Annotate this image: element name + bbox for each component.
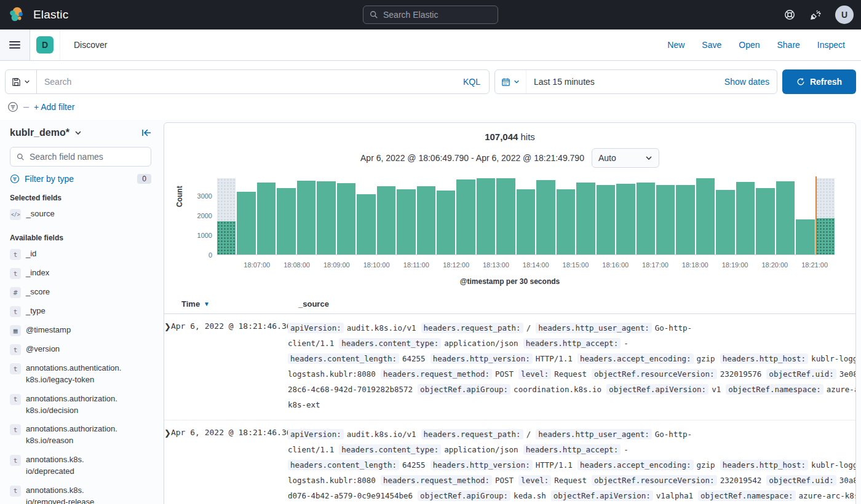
source-column-header: _source	[298, 299, 329, 309]
field-list-item[interactable]: t_type	[10, 302, 151, 321]
field-value: -	[624, 445, 629, 454]
field-key-pill: headers.http_user_agent:	[536, 323, 652, 333]
calendar-icon: ▦	[10, 325, 21, 336]
add-filter-button[interactable]: + Add filter	[34, 102, 75, 112]
field-list-item[interactable]: t@version	[10, 340, 151, 359]
field-key-pill: objectRef.resourceVersion:	[592, 475, 717, 486]
filter-by-type-button[interactable]: Filter by type	[25, 174, 132, 184]
field-list-item[interactable]: #_score	[10, 283, 151, 302]
field-name: annotations.authorization.k8s.io/decisio…	[26, 393, 117, 417]
field-key-pill: headers.content_type:	[339, 338, 441, 348]
query-bar: Search KQL Last 15 minutes Show dates Re…	[0, 61, 861, 100]
breadcrumb[interactable]: Discover	[74, 40, 107, 50]
index-pattern-switcher[interactable]: kublr_demo*	[10, 127, 82, 138]
expand-row-icon[interactable]: ❯	[164, 427, 171, 504]
global-header: Elastic Search Elastic U	[0, 0, 861, 30]
field-key-pill: headers.content_length:	[288, 460, 399, 470]
global-search-input[interactable]: Search Elastic	[363, 6, 498, 24]
new-button[interactable]: New	[667, 40, 684, 50]
text-field-icon: t	[10, 363, 21, 374]
text-field-icon: t	[10, 394, 21, 405]
hamburger-menu-button[interactable]	[0, 30, 30, 60]
chevron-down-icon	[514, 79, 520, 85]
field-key-pill: objectRef.namespace:	[726, 384, 823, 395]
field-key-pill: headers.request_method:	[381, 369, 492, 379]
y-axis-tick: 2000	[197, 212, 212, 219]
field-key-pill: objectRef.uid:	[766, 369, 836, 379]
field-search-input[interactable]: Search field names	[10, 147, 151, 167]
filter-count-badge: 0	[137, 174, 151, 184]
sort-descending-icon: ▼	[204, 301, 210, 307]
field-list-item[interactable]: t_index	[10, 264, 151, 283]
field-key-pill: apiVersion:	[288, 323, 344, 333]
save-button[interactable]: Save	[702, 40, 721, 50]
chevron-down-icon	[74, 129, 82, 136]
expand-row-icon[interactable]: ❯	[164, 320, 171, 412]
field-value: audit.k8s.io/v1	[347, 430, 416, 439]
help-icon[interactable]	[784, 9, 796, 21]
field-value: HTTP/1.1	[536, 460, 573, 470]
saved-query-menu-button[interactable]	[6, 70, 37, 93]
search-input[interactable]: Search	[37, 77, 454, 87]
hamburger-icon	[9, 39, 20, 50]
row-timestamp: Apr 6, 2022 @ 18:21:46.363	[171, 320, 288, 412]
text-field-icon: t	[10, 249, 21, 260]
field-name: _score	[26, 286, 50, 298]
field-value: v1alpha1	[656, 491, 693, 500]
date-quick-select-button[interactable]	[495, 70, 526, 93]
field-value: POST	[495, 369, 514, 379]
field-list-item[interactable]: tannotations.authentication.k8s.io/legac…	[10, 359, 151, 390]
field-key-pill: headers.request_path:	[421, 323, 523, 333]
documents-table: Time ▼ _source ❯Apr 6, 2022 @ 18:21:46.3…	[164, 296, 855, 504]
field-list-item[interactable]: tannotations.authorization.k8s.io/decisi…	[10, 390, 151, 420]
time-range-value[interactable]: Last 15 minutes	[526, 77, 717, 87]
interval-select[interactable]: Auto	[592, 148, 659, 168]
inspect-button[interactable]: Inspect	[817, 40, 845, 50]
field-name: annotations.k8s.io/deprecated	[26, 454, 84, 478]
save-query-icon	[12, 77, 21, 87]
x-axis-label: @timestamp per 30 seconds	[164, 277, 855, 286]
time-column-header[interactable]: Time ▼	[164, 299, 298, 309]
field-value: coordination.k8s.io	[514, 385, 601, 394]
query-language-button[interactable]: KQL	[454, 77, 489, 87]
y-axis-tick: 1000	[197, 232, 212, 239]
query-input-group: Search KQL	[5, 69, 490, 94]
text-field-icon: t	[10, 268, 21, 279]
space-avatar: D	[36, 36, 54, 53]
field-key-pill: headers.http_version:	[430, 353, 533, 364]
newsfeed-icon[interactable]	[809, 9, 822, 21]
share-button[interactable]: Share	[777, 40, 800, 50]
refresh-button[interactable]: Refresh	[782, 69, 856, 94]
search-icon	[17, 153, 25, 161]
fields-sidebar: kublr_demo* Search field names	[0, 120, 161, 504]
top-nav-actions: New Save Open Share Inspect	[667, 40, 861, 50]
field-value: gzip	[697, 460, 715, 470]
row-timestamp: Apr 6, 2022 @ 18:21:46.363	[171, 427, 288, 504]
field-key-pill: headers.http_host:	[720, 353, 808, 364]
field-key-pill: objectRef.apiVersion:	[606, 384, 708, 395]
number-field-icon: #	[10, 287, 21, 298]
open-button[interactable]: Open	[739, 40, 760, 50]
space-selector-button[interactable]: D	[30, 30, 60, 60]
field-list-item[interactable]: ▦@timestamp	[10, 321, 151, 340]
field-list-item[interactable]: </>_source	[10, 205, 151, 224]
field-list-item[interactable]: tannotations.k8s.io/removed-release	[10, 481, 151, 504]
brand-title: Elastic	[33, 8, 68, 22]
field-list-item[interactable]: tannotations.authorization.k8s.io/reason	[10, 420, 151, 451]
field-key-pill: headers.http_user_agent:	[536, 429, 652, 439]
chart-date-range: Apr 6, 2022 @ 18:06:49.790 - Apr 6, 2022…	[360, 153, 584, 163]
user-avatar[interactable]: U	[835, 6, 854, 24]
calendar-icon	[501, 77, 510, 87]
field-key-pill: headers.http_host:	[720, 460, 808, 470]
field-value: HTTP/1.1	[536, 354, 573, 363]
filter-by-type-icon	[10, 174, 20, 184]
collapse-sidebar-icon[interactable]	[141, 128, 151, 138]
filter-menu-icon[interactable]	[7, 101, 18, 112]
document-row: ❯Apr 6, 2022 @ 18:21:46.363apiVersion:au…	[164, 420, 855, 504]
elastic-logo-icon[interactable]	[7, 6, 26, 24]
field-list-item[interactable]: t_id	[10, 245, 151, 264]
show-dates-button[interactable]: Show dates	[717, 77, 777, 87]
field-list-item[interactable]: tannotations.k8s.io/deprecated	[10, 451, 151, 481]
field-key-pill: headers.content_type:	[339, 444, 441, 455]
field-key-pill: objectRef.apiGroup:	[418, 490, 510, 501]
